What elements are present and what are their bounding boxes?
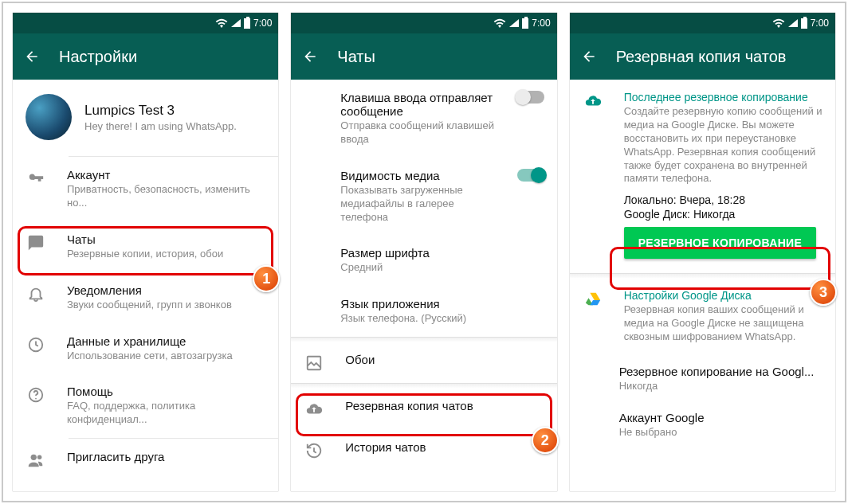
data-icon xyxy=(27,334,45,354)
svg-point-4 xyxy=(37,455,42,460)
battery-icon xyxy=(801,18,807,29)
settings-data[interactable]: Данные и хранилищеИспользование сети, ав… xyxy=(13,323,278,374)
chat-icon xyxy=(27,232,45,252)
settings-screen: 7:00 Настройки Lumpics Test 3 Hey there!… xyxy=(13,13,278,491)
google-account[interactable]: Аккаунт Google Не выбрано xyxy=(570,401,835,447)
section-heading: Настройки Google Диска xyxy=(624,289,822,302)
drive-backup-info: Google Диск: Никогда xyxy=(624,208,822,221)
clock: 7:00 xyxy=(811,18,829,29)
signal-icon xyxy=(788,19,798,27)
wifi-icon xyxy=(772,18,785,28)
backup-screen: 7:00 Резервная копия чатов Последнее рез… xyxy=(570,13,835,491)
back-icon[interactable] xyxy=(24,49,40,64)
last-backup-section: Последнее резервное копирование Создайте… xyxy=(570,80,835,273)
signal-icon xyxy=(509,19,519,27)
svg-point-3 xyxy=(31,455,37,460)
profile-name: Lumpics Test 3 xyxy=(84,103,237,119)
status-bar: 7:00 xyxy=(291,13,556,33)
wifi-icon xyxy=(215,18,228,28)
settings-chats[interactable]: ЧатыРезервные копии, история, обои xyxy=(13,221,278,272)
settings-notifications[interactable]: УведомленияЗвуки сообщений, групп и звон… xyxy=(13,272,278,323)
screen-title: Резервная копия чатов xyxy=(616,48,787,66)
avatar xyxy=(26,94,72,140)
people-icon xyxy=(27,450,45,469)
cloud-upload-icon xyxy=(584,91,602,110)
help-icon xyxy=(27,385,45,404)
section-desc: Резервная копия ваших сообщений и медиа … xyxy=(624,303,822,344)
toolbar: Настройки xyxy=(13,33,278,80)
settings-invite[interactable]: Пригласить друга xyxy=(13,439,278,480)
status-bar: 7:00 xyxy=(570,13,835,33)
chat-history[interactable]: История чатов xyxy=(291,429,556,471)
clock: 7:00 xyxy=(253,18,272,29)
svg-point-2 xyxy=(35,398,37,400)
local-backup-info: Локально: Вчера, 18:28 xyxy=(624,193,822,206)
step-badge-3: 3 xyxy=(810,279,837,306)
wallpaper-icon xyxy=(305,353,323,372)
history-icon xyxy=(305,440,323,459)
back-icon[interactable] xyxy=(302,49,318,64)
screen-title: Чаты xyxy=(337,48,375,66)
cloud-upload-icon xyxy=(305,399,323,418)
back-icon[interactable] xyxy=(581,49,597,64)
section-heading: Последнее резервное копирование xyxy=(624,91,822,104)
profile-row[interactable]: Lumpics Test 3 Hey there! I am using Wha… xyxy=(13,80,278,156)
section-desc: Создайте резервную копию сообщений и мед… xyxy=(624,105,822,186)
gdrive-section: Настройки Google Диска Резервная копия в… xyxy=(570,278,835,355)
step-badge-2: 2 xyxy=(532,427,559,454)
google-drive-icon xyxy=(584,289,602,308)
switch-media-visibility[interactable] xyxy=(517,169,544,182)
chats-settings-screen: 7:00 Чаты Клавиша ввода отправляет сообщ… xyxy=(291,13,556,491)
enter-sends[interactable]: Клавиша ввода отправляет сообщениеОтправ… xyxy=(291,80,556,158)
toolbar: Резервная копия чатов xyxy=(570,33,835,80)
app-language[interactable]: Язык приложенияЯзык телефона. (Русский) xyxy=(291,286,556,337)
backup-button[interactable]: РЕЗЕРВНОЕ КОПИРОВАНИЕ xyxy=(624,227,816,259)
settings-help[interactable]: ПомощьFAQ, поддержка, политика конфиденц… xyxy=(13,373,278,438)
signal-icon xyxy=(231,19,241,27)
switch-enter-sends[interactable] xyxy=(517,91,544,104)
toolbar: Чаты xyxy=(291,33,556,80)
wallpaper[interactable]: Обои xyxy=(291,342,556,383)
font-size[interactable]: Размер шрифтаСредний xyxy=(291,235,556,286)
battery-icon xyxy=(522,18,528,29)
screen-title: Настройки xyxy=(59,48,137,66)
chat-backup[interactable]: Резервная копия чатов xyxy=(291,388,556,429)
key-icon xyxy=(27,168,45,187)
bell-icon xyxy=(27,283,45,303)
status-bar: 7:00 xyxy=(13,13,278,33)
profile-status: Hey there! I am using WhatsApp. xyxy=(84,120,237,132)
media-visibility[interactable]: Видимость медиаПоказывать загруженные ме… xyxy=(291,158,556,236)
settings-account[interactable]: АккаунтПриватность, безопасность, измени… xyxy=(13,157,278,221)
battery-icon xyxy=(244,18,250,29)
wifi-icon xyxy=(493,18,506,28)
backup-frequency[interactable]: Резервное копирование на Googl... Никогд… xyxy=(570,355,835,401)
clock: 7:00 xyxy=(532,18,550,29)
